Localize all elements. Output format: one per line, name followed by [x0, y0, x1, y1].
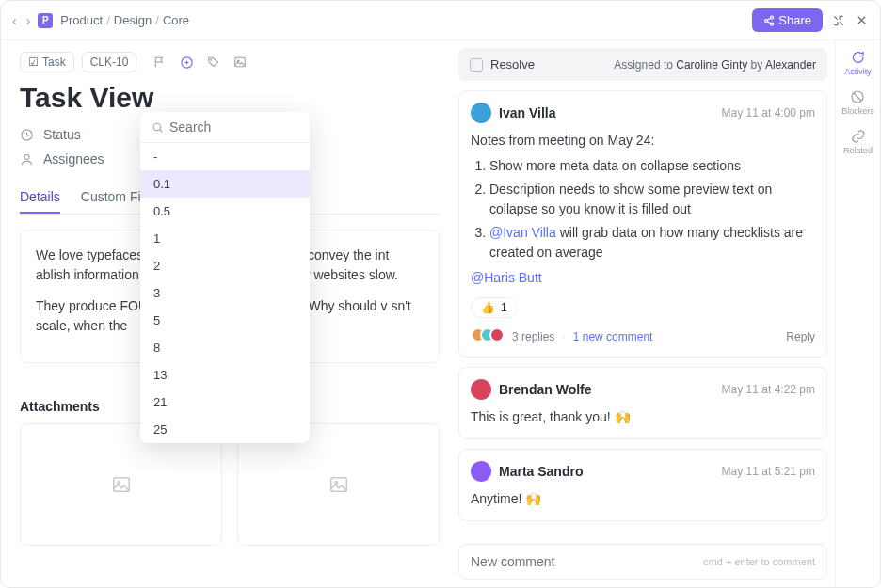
dropdown-option[interactable]: 0.1	[140, 170, 310, 198]
close-icon[interactable]	[855, 13, 869, 27]
svg-point-13	[153, 123, 161, 131]
dropdown-option[interactable]: 25	[140, 416, 310, 443]
points-icon[interactable]	[180, 56, 194, 70]
breadcrumb-item[interactable]: Design	[114, 13, 152, 27]
nav-arrows: ‹ ›	[12, 13, 30, 28]
resolve-label[interactable]: Resolve	[490, 57, 535, 72]
avatar	[471, 379, 491, 400]
dropdown-option[interactable]: -	[140, 143, 310, 170]
nav-forward-icon[interactable]: ›	[26, 13, 31, 28]
composer-hint: cmd + enter to comment	[703, 556, 815, 567]
comment-timestamp: May 11 at 4:00 pm	[722, 106, 815, 119]
rail-related[interactable]: Related	[843, 129, 873, 155]
avatar	[471, 461, 491, 482]
comment-timestamp: May 11 at 5:21 pm	[722, 465, 815, 478]
breadcrumb-sep: /	[155, 13, 159, 27]
comment-icon	[850, 50, 865, 65]
comment: Brendan Wolfe May 11 at 4:22 pm This is …	[458, 367, 827, 439]
breadcrumb: P Product / Design / Core	[38, 13, 189, 28]
share-icon	[763, 15, 775, 26]
svg-rect-5	[235, 57, 246, 66]
tab-details[interactable]: Details	[20, 182, 60, 214]
reply-button[interactable]: Reply	[786, 330, 815, 343]
rail-activity[interactable]: Activity	[844, 50, 872, 76]
search-icon	[152, 121, 164, 134]
page-title: Task View	[20, 82, 440, 114]
task-toolbar: ☑ Task CLK-10	[20, 52, 440, 72]
block-icon	[850, 89, 865, 104]
mention[interactable]: @Ivan Villa	[489, 225, 556, 240]
points-dropdown: -0.10.512358132125	[140, 112, 310, 443]
reply-avatars	[471, 327, 505, 345]
task-id-button[interactable]: CLK-10	[82, 52, 137, 72]
dropdown-search-input[interactable]	[169, 119, 310, 135]
dropdown-option[interactable]: 8	[140, 334, 310, 361]
check-icon: ☑	[28, 56, 39, 69]
comment-footer: 3 replies · 1 new comment Reply	[471, 327, 815, 345]
svg-point-1	[765, 19, 768, 22]
link-icon	[851, 129, 866, 144]
status-label: Status	[43, 127, 81, 142]
avatar	[471, 103, 491, 123]
comment-author[interactable]: Marta Sandro	[499, 464, 583, 479]
mention[interactable]: @Haris Butt	[471, 270, 542, 285]
reaction-button[interactable]: 👍1	[471, 297, 518, 318]
comment-body: Anytime! 🙌	[471, 489, 815, 509]
flag-icon[interactable]	[153, 56, 167, 70]
dropdown-option[interactable]: 0.5	[140, 198, 310, 225]
dropdown-option[interactable]: 2	[140, 252, 310, 279]
resolve-checkbox[interactable]	[470, 58, 483, 72]
activity-panel: Resolve Assigned to Caroline Ginty by Al…	[458, 40, 835, 587]
rail-blockers[interactable]: Blockers	[841, 89, 874, 116]
comment-body: Notes from meeting on May 24: Show more …	[471, 131, 815, 288]
image-placeholder-icon	[328, 474, 349, 495]
status-icon	[20, 128, 34, 142]
new-comment-count[interactable]: 1 new comment	[573, 330, 653, 343]
replies-count[interactable]: 3 replies	[512, 330, 554, 343]
person-icon	[20, 152, 34, 167]
assigned-text: Assigned to Caroline Ginty by Alexander	[614, 58, 816, 72]
task-main: ☑ Task CLK-10 Task View Status	[1, 40, 458, 587]
tag-icon[interactable]	[207, 56, 220, 70]
resolve-bar: Resolve Assigned to Caroline Ginty by Al…	[458, 48, 827, 81]
comment-body: This is great, thank you! 🙌	[471, 407, 815, 427]
task-type-label: Task	[42, 56, 66, 69]
task-id-label: CLK-10	[90, 56, 129, 69]
comment: Marta Sandro May 11 at 5:21 pm Anytime! …	[458, 449, 827, 521]
breadcrumb-item[interactable]: Core	[163, 13, 189, 27]
breadcrumb-sep: /	[106, 13, 110, 27]
image-icon[interactable]	[233, 56, 247, 70]
assignees-label: Assignees	[43, 151, 104, 167]
tab-custom-fields[interactable]: Custom Fie	[81, 182, 149, 214]
svg-point-2	[771, 23, 774, 25]
image-placeholder-icon	[111, 474, 132, 495]
comment-timestamp: May 11 at 4:22 pm	[722, 383, 815, 396]
dropdown-option[interactable]: 1	[140, 225, 310, 252]
comment-author[interactable]: Brendan Wolfe	[499, 382, 592, 397]
comment-author[interactable]: Ivan Villa	[499, 105, 555, 120]
task-type-button[interactable]: ☑ Task	[20, 52, 74, 72]
new-comment-input[interactable]	[471, 554, 703, 569]
svg-point-8	[24, 154, 29, 159]
share-button[interactable]: Share	[752, 8, 823, 32]
svg-rect-9	[113, 478, 129, 492]
dropdown-option[interactable]: 5	[140, 307, 310, 334]
side-rail: Activity Blockers Related	[835, 40, 880, 587]
dropdown-option[interactable]: 21	[140, 389, 310, 416]
breadcrumb-item[interactable]: Product	[60, 13, 103, 27]
topbar: ‹ › P Product / Design / Core Share	[1, 1, 880, 40]
dropdown-option[interactable]: 3	[140, 279, 310, 307]
comment: Ivan Villa May 11 at 4:00 pm Notes from …	[458, 90, 827, 358]
nav-back-icon[interactable]: ‹	[12, 13, 17, 28]
new-comment-box: cmd + enter to comment	[458, 544, 827, 580]
minimize-icon[interactable]	[832, 14, 845, 27]
svg-point-4	[211, 59, 212, 60]
dropdown-search	[140, 112, 310, 143]
svg-rect-11	[330, 478, 346, 492]
share-label: Share	[778, 13, 811, 27]
dropdown-option[interactable]: 13	[140, 361, 310, 389]
svg-point-0	[771, 16, 774, 19]
product-badge: P	[38, 13, 53, 28]
